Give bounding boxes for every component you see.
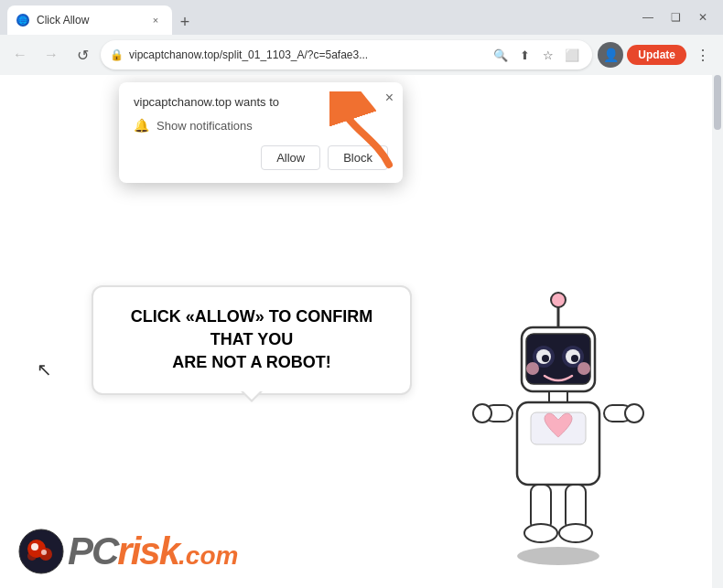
svg-point-30 — [31, 543, 38, 551]
window-controls: — ❑ ✕ — [635, 6, 716, 28]
menu-button[interactable]: ⋮ — [690, 42, 716, 68]
lock-icon: 🔒 — [110, 48, 124, 61]
browser-actions: 👤 Update ⋮ — [598, 42, 716, 68]
search-icon-btn[interactable]: 🔍 — [490, 44, 512, 66]
pcrisk-icon — [18, 529, 64, 574]
tab-area: 🌐 Click Allow × + — [7, 0, 631, 35]
svg-point-24 — [524, 524, 557, 542]
share-icon-btn[interactable]: ⬆ — [513, 44, 535, 66]
popup-permission-text: Show notifications — [156, 119, 253, 133]
url-text: vipcaptchanow.top/split_01_1103_A/?c=5af… — [129, 48, 484, 61]
browser-frame: 🌐 Click Allow × + — ❑ ✕ ← → ↺ 🔒 vipcaptc… — [0, 0, 723, 588]
bookmark-icon-btn[interactable]: ☆ — [537, 44, 559, 66]
allow-button[interactable]: Allow — [261, 145, 320, 170]
svg-point-13 — [526, 362, 539, 375]
pcrisk-logo: PCrisk.com — [18, 529, 238, 574]
bubble-text: CLICK «ALLOW» TO CONFIRM THAT YOU ARE NO… — [115, 305, 388, 375]
speech-bubble: CLICK «ALLOW» TO CONFIRM THAT YOU ARE NO… — [92, 285, 412, 395]
profile-button[interactable]: 👤 — [598, 42, 623, 68]
bell-icon: 🔔 — [134, 118, 149, 133]
browser-tab[interactable]: 🌐 Click Allow × — [7, 5, 172, 35]
update-button[interactable]: Update — [627, 45, 686, 65]
svg-point-11 — [542, 355, 549, 362]
new-tab-button[interactable]: + — [172, 9, 198, 35]
com-text: .com — [178, 541, 238, 571]
svg-point-14 — [577, 362, 590, 375]
risk-text: risk — [117, 529, 178, 573]
svg-point-21 — [625, 404, 643, 422]
tab-title: Click Allow — [37, 14, 141, 27]
robot-illustration — [467, 277, 668, 570]
svg-point-2 — [517, 547, 599, 565]
back-button[interactable]: ← — [7, 42, 33, 68]
svg-point-25 — [559, 524, 592, 542]
address-bar: ← → ↺ 🔒 vipcaptchanow.top/split_01_1103_… — [0, 35, 723, 75]
arrow-pointer — [329, 91, 403, 177]
svg-point-12 — [571, 355, 578, 362]
url-actions: 🔍 ⬆ ☆ ⬜ — [490, 44, 583, 66]
url-bar[interactable]: 🔒 vipcaptchanow.top/split_01_1103_A/?c=5… — [101, 40, 592, 69]
svg-point-31 — [41, 550, 47, 555]
scrollbar[interactable] — [712, 75, 723, 588]
page-content: × vipcaptchanow.top wants to 🔔 Show noti… — [0, 75, 723, 588]
close-button[interactable]: ✕ — [690, 6, 716, 28]
svg-rect-15 — [549, 391, 567, 402]
tab-close-btn[interactable]: × — [148, 13, 163, 27]
maximize-button[interactable]: ❑ — [663, 6, 688, 28]
title-bar: 🌐 Click Allow × + — ❑ ✕ — [0, 0, 723, 35]
scrollbar-thumb[interactable] — [714, 75, 721, 130]
extension-icon-btn[interactable]: ⬜ — [561, 44, 583, 66]
minimize-button[interactable]: — — [635, 6, 661, 28]
svg-point-29 — [27, 551, 37, 561]
forward-button[interactable]: → — [38, 42, 64, 68]
svg-point-20 — [473, 404, 491, 422]
svg-point-4 — [551, 293, 566, 307]
mouse-cursor: ↖ — [37, 358, 52, 380]
tab-favicon: 🌐 — [16, 14, 29, 27]
pcrisk-text: PCrisk.com — [68, 529, 238, 573]
reload-button[interactable]: ↺ — [70, 42, 95, 68]
pc-text: PC — [68, 529, 117, 573]
